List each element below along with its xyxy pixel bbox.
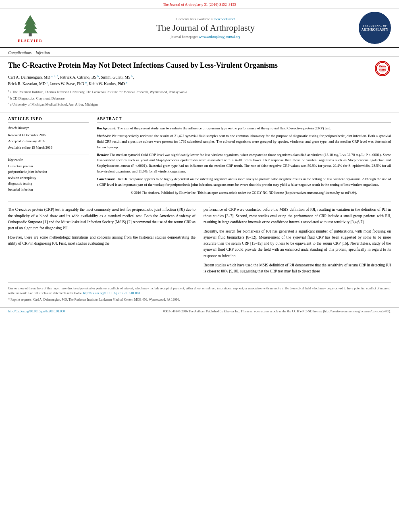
- available-date: Available online 15 March 2016: [8, 145, 89, 151]
- footnote-1: One or more of the authors of this paper…: [8, 286, 391, 296]
- abstract-column: Abstract Background: The aim of the pres…: [97, 116, 391, 198]
- article-info-column: Article Info Article history: Received 4…: [8, 116, 89, 198]
- article-header: The C-Reactive Protein May Not Detect In…: [0, 57, 399, 112]
- body-para-1: The C-reactive protein (CRP) test is arg…: [8, 207, 195, 231]
- keywords-title: Keywords:: [8, 158, 89, 162]
- results-text: The median synovial fluid CRP level was …: [97, 153, 391, 174]
- keyword-5: bacterial infection: [8, 187, 89, 192]
- conclusion-text: The CRP response appears to be highly de…: [97, 177, 391, 187]
- open-access-text: © 2016 The Authors. Published by Elsevie…: [97, 190, 391, 195]
- footnotes: One or more of the authors of this paper…: [8, 283, 391, 307]
- results-label: Results:: [97, 153, 109, 157]
- bottom-bar: http://dx.doi.org/10.1016/j.arth.2016.01…: [0, 307, 399, 315]
- bottom-issn: 0883-5403/© 2016 The Authors. Published …: [163, 310, 391, 313]
- affiliation-a: a a The Rothman Institute, Thomas Jeffer…: [8, 89, 391, 95]
- info-abstract-section: Article Info Article history: Received 4…: [0, 112, 399, 202]
- body-para-5: Recent studies which have used the MSIS …: [204, 262, 391, 274]
- keywords-list: C-reactive protein periprosthetic joint …: [8, 163, 89, 192]
- citation-text: The Journal of Arthroplasty 31 (2016) S1…: [163, 2, 236, 6]
- methods-label: Methods:: [97, 134, 111, 138]
- svg-text:Mark: Mark: [379, 68, 386, 71]
- abstract-methods: Methods: We retrospectively reviewed the…: [97, 133, 391, 150]
- body-para-3: performance of CRP were conducted before…: [204, 207, 391, 225]
- logo-top-text: THE JOURNAL OF: [363, 25, 387, 27]
- accepted-date: Accepted 25 January 2016: [8, 138, 89, 144]
- body-right-column: performance of CRP were conducted before…: [204, 207, 391, 278]
- affiliation-c: c c University of Michigan Medical Schoo…: [8, 102, 391, 107]
- history-title: Article history:: [8, 125, 89, 131]
- abstract-heading: Abstract: [97, 116, 391, 123]
- section-tag: Complications – Infection: [0, 48, 399, 57]
- abstract-text: Background: The aim of the present study…: [97, 126, 391, 196]
- affiliations: a a The Rothman Institute, Thomas Jeffer…: [8, 89, 391, 107]
- conclusion-label: Conclusion:: [97, 177, 115, 181]
- elsevier-wordmark: ELSEVIER: [18, 39, 43, 43]
- body-left-column: The C-reactive protein (CRP) test is arg…: [8, 207, 195, 278]
- sciencedirect-line: Contents lists available at ScienceDirec…: [60, 17, 351, 21]
- authors-line: Carl A. Deirmengian, MD a, b, *, Patrick…: [8, 74, 391, 87]
- keyword-4: diagnostic testing: [8, 181, 89, 186]
- footnote-2: * Reprint requests: Carl A. Deirmengian,…: [8, 297, 391, 302]
- keyword-3: revision arthroplasty: [8, 175, 89, 181]
- background-text: The aim of the present study was to eval…: [117, 126, 330, 130]
- methods-text: We retrospectively reviewed the results …: [97, 134, 391, 149]
- keyword-1: C-reactive protein: [8, 163, 89, 169]
- homepage-line: journal homepage: www.arthroplastyjourna…: [60, 35, 351, 39]
- abstract-conclusion: Conclusion: The CRP response appears to …: [97, 177, 391, 188]
- citation-bar: The Journal of Arthroplasty 31 (2016) S1…: [0, 0, 399, 8]
- keyword-2: periprosthetic joint infection: [8, 169, 89, 175]
- body-content: The C-reactive protein (CRP) test is arg…: [0, 202, 399, 283]
- body-para-4: Recently, the search for biomarkers of P…: [204, 229, 391, 259]
- article-info-heading: Article Info: [8, 116, 89, 123]
- bottom-doi-link[interactable]: http://dx.doi.org/10.1016/j.arth.2016.01…: [8, 310, 65, 313]
- elsevier-logo: ELSEVIER: [8, 13, 52, 43]
- sciencedirect-link[interactable]: ScienceDirect: [214, 17, 235, 21]
- logo-main-text: ARTHROPLASTY: [362, 28, 388, 31]
- keywords-section: Keywords: C-reactive protein periprosthe…: [8, 158, 89, 192]
- body-para-2: However, there are some methodologic lim…: [8, 235, 195, 247]
- journal-title: The Journal of Arthroplasty: [60, 23, 351, 33]
- homepage-link[interactable]: www.arthroplastyjournal.org: [199, 35, 241, 39]
- background-label: Background:: [97, 126, 116, 130]
- bottom-doi: http://dx.doi.org/10.1016/j.arth.2016.01…: [8, 310, 65, 313]
- journal-header: ELSEVIER Contents lists available at Sci…: [0, 8, 399, 48]
- received-date: Received 4 December 2015: [8, 132, 89, 138]
- abstract-background: Background: The aim of the present study…: [97, 126, 391, 131]
- svg-text:Cross: Cross: [379, 64, 386, 68]
- crossmark-badge: Cross Mark: [375, 61, 391, 77]
- footnote-doi-link[interactable]: http://dx.doi.org/10.1016/j.arth.2016.01…: [83, 291, 140, 295]
- abstract-results: Results: The median synovial fluid CRP l…: [97, 152, 391, 175]
- affiliation-b: b b CD Diagnostics, Claymont, Delaware: [8, 96, 391, 101]
- header-center: Contents lists available at ScienceDirec…: [52, 17, 359, 39]
- article-title: The C-Reactive Protein May Not Detect In…: [8, 61, 339, 70]
- journal-logo-circle: THE JOURNAL OF ARTHROPLASTY: [359, 12, 391, 44]
- crossmark-icon: Cross Mark: [375, 61, 390, 76]
- article-history: Article history: Received 4 December 201…: [8, 125, 89, 154]
